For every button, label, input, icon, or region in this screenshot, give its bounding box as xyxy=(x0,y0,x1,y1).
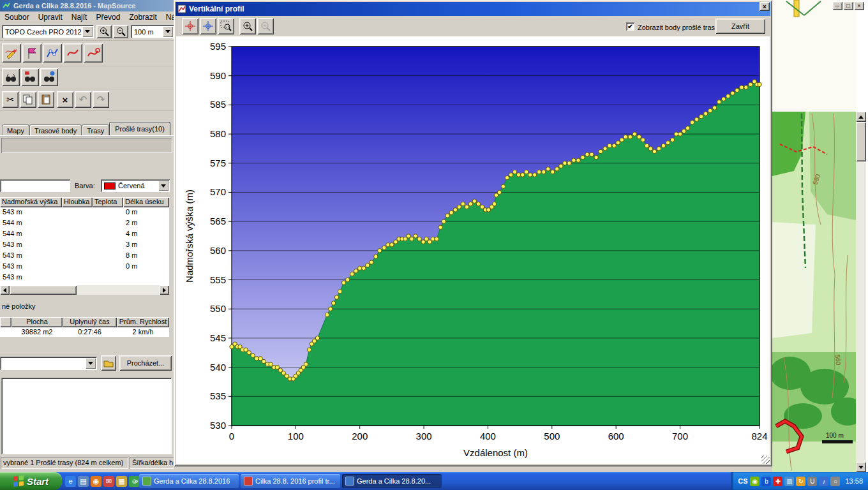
antivirus-icon[interactable]: ✚ xyxy=(773,477,782,486)
chevron-down-icon[interactable] xyxy=(163,26,173,37)
column-header[interactable]: Nadmořská výška xyxy=(0,197,62,207)
close-icon[interactable]: × xyxy=(760,2,770,11)
task-icon xyxy=(244,477,253,486)
zoom-scale-combo[interactable]: 100 m xyxy=(131,25,174,38)
find-recent-button[interactable] xyxy=(40,68,58,86)
copy-icon[interactable] xyxy=(20,91,36,108)
scheduler-icon[interactable]: ○ xyxy=(830,477,840,486)
route-tool-button[interactable] xyxy=(43,43,62,63)
table-row[interactable]: 543 m8 m xyxy=(0,251,169,262)
chevron-down-icon[interactable] xyxy=(82,26,93,37)
table-row[interactable]: 543 m0 m xyxy=(0,262,169,272)
tab[interactable]: Mapy xyxy=(2,124,29,136)
table-cell: 543 m xyxy=(0,240,62,251)
table-row[interactable]: 543 m3 m xyxy=(0,240,169,251)
show-points-checkbox[interactable]: ✔ xyxy=(626,22,634,31)
menu-item[interactable]: Nástroje xyxy=(161,11,174,23)
scrollbar-thumb[interactable] xyxy=(10,285,77,295)
menu-item[interactable]: Upravit xyxy=(34,11,67,23)
redo-icon[interactable]: ↷ xyxy=(93,91,109,108)
paste-icon[interactable] xyxy=(38,91,54,108)
zoom-out-button[interactable] xyxy=(113,25,128,38)
menu-item[interactable]: Zobrazit xyxy=(124,11,161,23)
maximize-icon[interactable]: □ xyxy=(843,1,853,10)
scroll-left-icon[interactable] xyxy=(0,285,10,295)
explorer-icon[interactable]: ▦ xyxy=(116,476,127,487)
tab[interactable]: Trasové body xyxy=(29,124,82,136)
pan-tool-button[interactable] xyxy=(200,18,216,34)
zoom-in-button[interactable] xyxy=(96,25,112,38)
tab[interactable]: Trasy xyxy=(82,124,109,136)
graphics-tray-icon[interactable]: ◉ xyxy=(750,477,760,486)
map-canvas[interactable]: 580 560 100 m xyxy=(772,0,856,472)
volume-icon[interactable]: ♪ xyxy=(819,477,828,486)
open-folder-button[interactable] xyxy=(101,355,116,371)
pen-tool-button[interactable] xyxy=(2,43,21,63)
track-tool-button[interactable] xyxy=(63,43,82,63)
update-icon[interactable]: ↻ xyxy=(796,477,805,486)
elevation-profile-chart[interactable]: 5305355405455505555605655705755805855905… xyxy=(176,36,770,464)
resize-grip[interactable] xyxy=(761,456,770,464)
table-row[interactable]: 543 m xyxy=(0,272,169,283)
cut-icon[interactable]: ✂ xyxy=(2,91,19,108)
close-dialog-button[interactable]: Zavřít xyxy=(715,19,765,34)
undo-icon[interactable]: ↶ xyxy=(75,91,91,108)
track-table-hscrollbar[interactable] xyxy=(0,285,169,295)
menu-item[interactable]: Najít xyxy=(67,11,92,23)
column-header[interactable]: Hloubka xyxy=(62,197,93,207)
map-product-combo[interactable]: TOPO Czech PRO 2012 xyxy=(2,25,94,38)
column-header[interactable]: Plocha xyxy=(11,317,63,327)
select-point-tool-button[interactable] xyxy=(182,18,198,34)
color-combo[interactable]: Červená xyxy=(101,179,170,192)
filter-combo[interactable] xyxy=(0,357,97,370)
table-cell xyxy=(62,262,93,272)
find-button[interactable] xyxy=(2,68,20,86)
scroll-up-icon[interactable] xyxy=(856,112,866,122)
waypoint-tool-button[interactable] xyxy=(22,43,41,63)
table-row[interactable]: 544 m2 m xyxy=(0,218,169,229)
track-name-input[interactable] xyxy=(0,179,70,192)
track-table[interactable]: 543 m0 m544 m2 m544 m4 m543 m3 m543 m8 m… xyxy=(0,207,169,285)
taskbar-task[interactable]: Gerda a Cilka 28.8.20... xyxy=(342,474,442,488)
track-select-tool-button[interactable] xyxy=(84,43,103,63)
column-header[interactable] xyxy=(0,317,11,327)
menu-item[interactable]: Převod xyxy=(91,11,124,23)
scrollbar-thumb[interactable] xyxy=(856,122,866,161)
find-nearest-button[interactable] xyxy=(21,68,39,86)
language-indicator[interactable]: CS xyxy=(738,477,747,485)
start-button[interactable]: Start xyxy=(0,472,62,490)
tab[interactable]: Prošlé trasy(10) xyxy=(109,122,170,135)
taskbar-task[interactable]: Cilka 28.8. 2016 profil tr... xyxy=(241,474,340,488)
bluetooth-icon[interactable]: b xyxy=(761,477,771,486)
column-header[interactable]: Délka úseku xyxy=(123,197,169,207)
chevron-down-icon[interactable] xyxy=(158,181,168,191)
column-header[interactable]: Prům. Rychlost xyxy=(117,317,169,327)
table-row[interactable]: 543 m0 m xyxy=(0,207,169,218)
mail-icon[interactable]: ✉ xyxy=(103,476,114,487)
browse-button[interactable]: Procházet... xyxy=(119,355,172,371)
scroll-right-icon[interactable] xyxy=(160,285,169,295)
map-vscrollbar[interactable] xyxy=(856,112,866,472)
table-cell: 543 m xyxy=(0,262,62,272)
scroll-down-icon[interactable] xyxy=(856,462,866,472)
zoom-out-button[interactable] xyxy=(257,18,274,34)
chevron-down-icon[interactable] xyxy=(86,358,96,369)
column-header[interactable]: Teplota xyxy=(93,197,123,207)
delete-icon[interactable]: × xyxy=(57,91,73,108)
notes-textarea[interactable] xyxy=(1,378,172,454)
dialog-titlebar[interactable]: Vertikální profil xyxy=(176,2,770,16)
minimize-icon[interactable]: ─ xyxy=(832,1,842,10)
show-desktop-icon[interactable]: ▤ xyxy=(78,476,89,487)
usb-icon[interactable]: U xyxy=(807,477,817,486)
zoom-region-tool-button[interactable] xyxy=(218,18,234,34)
map-pane[interactable]: 580 560 100 m ─ □ × xyxy=(772,0,868,472)
zoom-in-button[interactable] xyxy=(239,18,256,34)
column-header[interactable]: Uplynulý čas xyxy=(63,317,117,327)
taskbar-task[interactable]: Gerda a Cilka 28.8.2016 xyxy=(139,474,239,488)
close-icon[interactable]: × xyxy=(854,1,864,10)
table-row[interactable]: 544 m4 m xyxy=(0,229,169,240)
network-icon[interactable]: ▥ xyxy=(784,477,794,486)
internet-explorer-icon[interactable]: e xyxy=(65,476,76,487)
menu-item[interactable]: Soubor xyxy=(0,11,34,23)
media-player-icon[interactable]: ◉ xyxy=(91,476,101,487)
